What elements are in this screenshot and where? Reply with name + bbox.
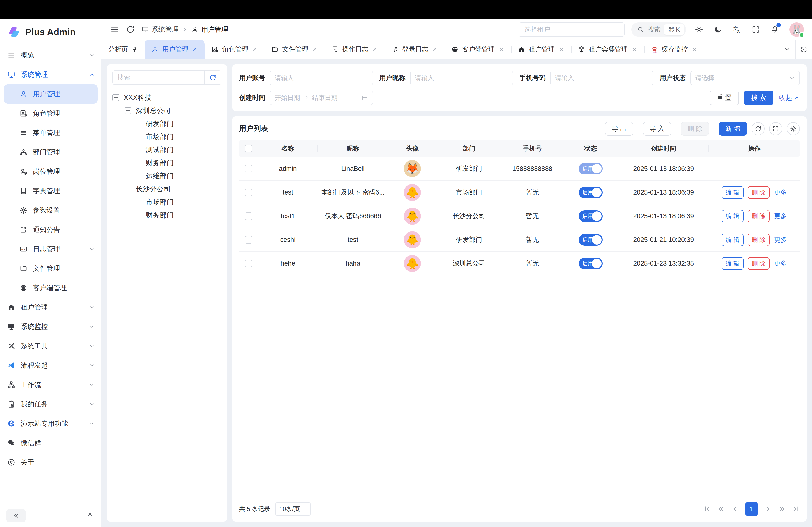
sidebar-item-菜单管理[interactable]: 菜单管理 (0, 123, 101, 142)
table-fullscreen-button[interactable] (769, 122, 782, 135)
tree-collapse-icon[interactable] (112, 94, 119, 101)
add-button[interactable]: 新 增 (719, 122, 747, 136)
search-button[interactable]: 搜 索 (744, 91, 773, 105)
sidebar-item-参数设置[interactable]: 参数设置 (0, 201, 101, 220)
sidebar-item-工作流[interactable]: 工作流 (0, 375, 101, 394)
table-settings-button[interactable] (787, 122, 800, 135)
user-avatar[interactable]: 🐰 (789, 22, 804, 37)
collapse-filters-link[interactable]: 收起 (779, 93, 800, 102)
select-all-checkbox[interactable] (245, 145, 252, 152)
page-size-select[interactable]: 10条/页 (275, 502, 311, 516)
delete-row-button[interactable]: 删 除 (748, 234, 770, 246)
delete-row-button[interactable]: 删 除 (748, 186, 770, 199)
tabs-dropdown-button[interactable] (779, 40, 795, 59)
sidebar-item-用户管理[interactable]: 用户管理 (4, 84, 98, 104)
language-translate-icon[interactable]: 文A (733, 25, 741, 34)
edit-button[interactable]: 编 辑 (722, 186, 744, 199)
tab-角色管理[interactable]: 角色管理 (205, 40, 264, 59)
sidebar-item-文件管理[interactable]: 文件管理 (0, 259, 101, 278)
avatar[interactable]: 🦊 (404, 160, 421, 177)
sidebar-item-角色管理[interactable]: 角色管理 (0, 104, 101, 123)
status-toggle[interactable]: 启用 (579, 163, 603, 175)
row-checkbox[interactable] (245, 236, 252, 244)
refresh-page-button[interactable] (126, 25, 135, 34)
last-page-button[interactable] (793, 506, 800, 513)
sidebar-item-我的任务[interactable]: 我的任务 (0, 394, 101, 414)
tree-node-运维部门[interactable]: 运维部门 (137, 169, 221, 183)
dark-mode-moon-icon[interactable] (714, 25, 722, 34)
tree-refresh-button[interactable] (204, 71, 221, 84)
sidebar-item-系统工具[interactable]: 系统工具 (0, 336, 101, 356)
sidebar-item-岗位管理[interactable]: 岗位管理 (0, 162, 101, 181)
jump-forward-button[interactable] (779, 506, 786, 513)
fullscreen-icon[interactable] (752, 25, 760, 34)
first-page-button[interactable] (703, 506, 710, 513)
tab-close-icon[interactable] (432, 46, 438, 52)
notifications-button[interactable] (770, 25, 779, 34)
tree-node-深圳总公司[interactable]: 深圳总公司 (125, 104, 221, 117)
avatar[interactable]: 🐥 (404, 231, 421, 249)
sidebar-item-系统管理[interactable]: 系统管理 (0, 65, 101, 84)
sidebar-item-部门管理[interactable]: 部门管理 (0, 142, 101, 162)
content-fullscreen-button[interactable] (795, 40, 812, 59)
status-toggle[interactable]: 启用 (579, 187, 603, 198)
tree-node-XXX科技[interactable]: XXX科技 (112, 91, 221, 104)
more-button[interactable]: 更多 (774, 234, 787, 246)
status-toggle[interactable]: 启用 (579, 258, 603, 269)
tree-node-长沙分公司[interactable]: 长沙分公司 (125, 183, 221, 196)
sidebar-item-客户端管理[interactable]: 客户端管理 (0, 278, 101, 298)
tab-登录日志[interactable]: 登录日志 (385, 40, 445, 59)
tab-close-icon[interactable] (498, 46, 504, 52)
more-button[interactable]: 更多 (774, 257, 787, 270)
created-daterange-input[interactable]: 开始日期 结束日期 (270, 91, 373, 105)
tab-close-icon[interactable] (559, 46, 564, 52)
jump-back-button[interactable] (717, 506, 724, 513)
tab-分析页[interactable]: 分析页 (102, 40, 145, 59)
tree-collapse-icon[interactable] (125, 107, 131, 114)
tree-collapse-icon[interactable] (125, 186, 131, 193)
delete-row-button[interactable]: 删 除 (748, 257, 770, 270)
export-button[interactable]: 导 出 (605, 122, 633, 136)
delete-row-button[interactable]: 删 除 (748, 210, 770, 223)
status-toggle[interactable]: 启用 (579, 210, 603, 222)
sidebar-item-系统监控[interactable]: 系统监控 (0, 317, 101, 336)
sidebar-item-演示站专用功能[interactable]: 演示站专用功能 (0, 414, 101, 433)
menu-toggle-button[interactable] (110, 25, 119, 34)
tab-close-icon[interactable] (192, 46, 198, 52)
tab-缓存监控[interactable]: redis缓存监控 (644, 40, 704, 59)
tree-node-财务部门[interactable]: 财务部门 (137, 209, 221, 222)
breadcrumb-item-users[interactable]: 用户管理 (191, 25, 228, 34)
tree-node-市场部门[interactable]: 市场部门 (137, 130, 221, 144)
sidebar-item-租户管理[interactable]: 租户管理 (0, 298, 101, 317)
phone-input[interactable]: 请输入 (550, 71, 653, 85)
delete-button[interactable]: 删 除 (681, 122, 709, 136)
tab-客户端管理[interactable]: 客户端管理 (445, 40, 511, 59)
current-page-button[interactable]: 1 (745, 502, 758, 516)
sidebar-item-概览[interactable]: 概览 (0, 46, 101, 65)
tab-close-icon[interactable] (312, 46, 318, 52)
next-page-button[interactable] (765, 506, 772, 513)
tenant-select-input[interactable]: 选择租户 (519, 22, 625, 37)
sidebar-item-微信群[interactable]: 微信群 (0, 433, 101, 453)
edit-button[interactable]: 编 辑 (722, 210, 744, 223)
tree-node-市场部门[interactable]: 市场部门 (137, 196, 221, 209)
status-select[interactable]: 请选择 (691, 71, 800, 85)
sidebar-collapse-button[interactable] (6, 509, 26, 522)
sidebar-item-流程发起[interactable]: 流程发起 (0, 356, 101, 375)
row-checkbox[interactable] (245, 212, 252, 220)
edit-button[interactable]: 编 辑 (722, 257, 744, 270)
prev-page-button[interactable] (731, 506, 738, 513)
sidebar-item-日志管理[interactable]: DEV日志管理 (0, 239, 101, 259)
avatar[interactable]: 🐥 (404, 208, 421, 225)
import-button[interactable]: 导 入 (643, 122, 671, 136)
tab-close-icon[interactable] (632, 46, 637, 52)
global-search-button[interactable]: 搜索 ⌘ K (631, 22, 686, 37)
avatar[interactable]: 🐥 (404, 255, 421, 272)
account-input[interactable]: 请输入 (270, 71, 373, 85)
tree-node-研发部门[interactable]: 研发部门 (137, 117, 221, 130)
tab-租户管理[interactable]: 租户管理 (511, 40, 571, 59)
row-checkbox[interactable] (245, 165, 252, 172)
sidebar-pin-button[interactable] (85, 511, 95, 521)
nickname-input[interactable]: 请输入 (410, 71, 513, 85)
sidebar-item-字典管理[interactable]: 字典管理 (0, 181, 101, 201)
